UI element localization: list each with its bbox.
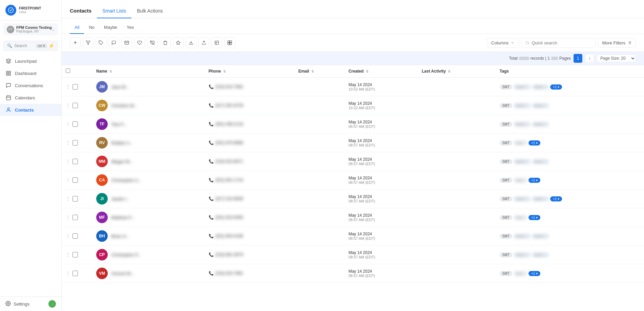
page-size-select[interactable]: Page Size: 20 Page Size: 50 Page Size: 1… (597, 55, 636, 62)
filter-tab-no[interactable]: No (84, 22, 99, 34)
tab-contacts[interactable]: Contacts (70, 5, 97, 18)
sidebar-collapse-button[interactable]: ‹ (48, 300, 56, 308)
tab-smart-lists[interactable]: Smart Lists (97, 5, 131, 18)
row-menu-button[interactable]: ⋮ (66, 121, 70, 127)
row-menu-button[interactable]: ⋮ (66, 215, 70, 220)
contact-name-cell[interactable]: VM Vincent M... (92, 264, 205, 283)
columns-button[interactable]: Columns (487, 38, 519, 48)
delete-button[interactable] (160, 37, 171, 48)
image-button[interactable] (224, 37, 235, 48)
contact-phone-cell[interactable]: 📞 (917) 310-8008 (205, 190, 294, 208)
contact-name-cell[interactable]: CP Christopher P... (92, 246, 205, 264)
contact-phone-cell[interactable]: 📞 (631) 810-8306 (205, 208, 294, 227)
row-dots-cell: ⋮ (62, 190, 82, 208)
contact-phone-cell[interactable]: 📞 (516) 810-8071 (205, 152, 294, 171)
row-checkbox[interactable] (72, 84, 78, 90)
sidebar-item-launchpad[interactable]: Launchpad (0, 55, 61, 67)
filter-tab-yes[interactable]: Yes (122, 22, 139, 34)
row-menu-button[interactable]: ⋮ (66, 252, 70, 257)
contact-name-cell[interactable]: TF Tara F... (92, 115, 205, 134)
sidebar-item-calendars[interactable]: Calendars (0, 92, 61, 104)
row-checkbox[interactable] (72, 233, 78, 239)
contact-name-cell[interactable]: JM Jane M... (92, 78, 205, 96)
page-1-button[interactable]: 1 (574, 54, 582, 63)
created-time: 08:57 AM (EDT) (349, 162, 414, 166)
tag-blurred: ●●●● (514, 103, 531, 108)
tag-blurred: ●●●● (514, 122, 531, 127)
contact-phone-cell[interactable]: 📞 (631) 879-9698 (205, 134, 294, 152)
add-contact-button[interactable]: + (70, 37, 81, 48)
contact-phone-cell[interactable]: 📞 (601) 408-2118 (205, 115, 294, 134)
workspace-selector[interactable]: FT FPM Cosmo Testing Patchogue, NY ⌄ (3, 23, 58, 35)
quick-search-input[interactable] (532, 40, 591, 45)
tab-bulk-actions[interactable]: Bulk Actions (131, 5, 168, 18)
filter-tab-all[interactable]: All (70, 22, 84, 34)
sidebar-item-conversations[interactable]: Conversations (0, 79, 61, 92)
star-button[interactable] (173, 37, 184, 48)
page-next-button[interactable]: › (585, 54, 594, 63)
search-bar[interactable]: 🔍 Search ctrl K ⚡ (3, 41, 58, 51)
contact-phone-cell[interactable]: 📞 (516) 810-7682 (205, 78, 294, 96)
row-menu-button[interactable]: ⋮ (66, 177, 70, 183)
message-button[interactable] (108, 37, 119, 48)
row-checkbox[interactable] (72, 252, 78, 257)
download-button[interactable] (186, 37, 196, 48)
tag-more[interactable]: +1 ▾ (550, 84, 562, 90)
row-menu-button[interactable]: ⋮ (66, 84, 70, 90)
contact-name-cell[interactable]: MM Megan M... (92, 152, 205, 171)
contact-phone-cell[interactable]: 📞 (516) 810-7981 (205, 264, 294, 283)
row-menu-button[interactable]: ⋮ (66, 103, 70, 108)
tag-more[interactable]: +1 ▾ (528, 271, 540, 276)
tag-more[interactable]: +1 ▾ (528, 140, 540, 145)
row-checkbox[interactable] (72, 215, 78, 220)
settings-item[interactable]: Settings (5, 301, 29, 307)
upload-button[interactable] (199, 37, 209, 48)
filter-button[interactable] (83, 37, 94, 48)
row-checkbox[interactable] (72, 177, 78, 183)
col-last-activity: Last Activity ⇅ (418, 65, 496, 78)
more-filters-button[interactable]: More Filters (598, 38, 636, 48)
contact-name-cell[interactable]: RV Robbie V... (92, 134, 205, 152)
tag-more[interactable]: +1 ▾ (550, 196, 562, 201)
contact-name-cell[interactable]: BH Brian H... (92, 227, 205, 246)
filter-tab-maybe[interactable]: Maybe (99, 22, 122, 34)
contact-phone-cell[interactable]: 📞 (631) 804-0196 (205, 227, 294, 246)
row-dots-cell: ⋮ (62, 134, 82, 152)
row-checkbox[interactable] (72, 103, 78, 108)
contact-phone-cell[interactable]: 📞 (617) 381-8729 (205, 96, 294, 115)
row-checkbox[interactable] (72, 271, 78, 276)
contact-phone-cell[interactable]: 📞 (631) 801-1710 (205, 171, 294, 190)
phone-icon: 📞 (209, 140, 214, 145)
sidebar-item-contacts[interactable]: Contacts (0, 104, 61, 116)
phone-icon: 📞 (209, 159, 214, 164)
heart-slash-button[interactable] (147, 37, 158, 48)
row-menu-button[interactable]: ⋮ (66, 233, 70, 239)
contact-name-cell[interactable]: CW Christine W... (92, 96, 205, 115)
contact-name-cell[interactable]: JI Jackie I... (92, 190, 205, 208)
created-date: May 14 2024 (349, 194, 414, 199)
row-checkbox[interactable] (72, 159, 78, 164)
contact-email-cell (294, 264, 345, 283)
contact-email-cell (294, 190, 345, 208)
heart-button[interactable] (134, 37, 145, 48)
tag-more[interactable]: +1 ▾ (528, 178, 540, 183)
contact-name-cell[interactable]: MF Matthew F... (92, 208, 205, 227)
chart-button[interactable] (211, 37, 222, 48)
row-checkbox[interactable] (72, 121, 78, 127)
row-menu-button[interactable]: ⋮ (66, 140, 70, 145)
quick-search-container[interactable] (521, 38, 596, 48)
contact-phone-cell[interactable]: 📞 (516) 881-0679 (205, 246, 294, 264)
contact-name-cell[interactable]: CA Christopher A... (92, 171, 205, 190)
row-menu-button[interactable]: ⋮ (66, 159, 70, 164)
row-checkbox[interactable] (72, 140, 78, 145)
tag-button[interactable] (96, 37, 106, 48)
row-menu-button[interactable]: ⋮ (66, 196, 70, 201)
contact-created-cell: May 14 2024 08:57 AM (EDT) (345, 134, 418, 152)
tag-more[interactable]: +1 ▾ (528, 215, 540, 220)
row-checkbox[interactable] (72, 196, 78, 201)
contact-last-activity-cell (418, 246, 496, 264)
select-all-checkbox[interactable] (66, 69, 70, 73)
email-button[interactable] (121, 37, 132, 48)
row-menu-button[interactable]: ⋮ (66, 271, 70, 276)
sidebar-item-dashboard[interactable]: Dashboard (0, 67, 61, 79)
